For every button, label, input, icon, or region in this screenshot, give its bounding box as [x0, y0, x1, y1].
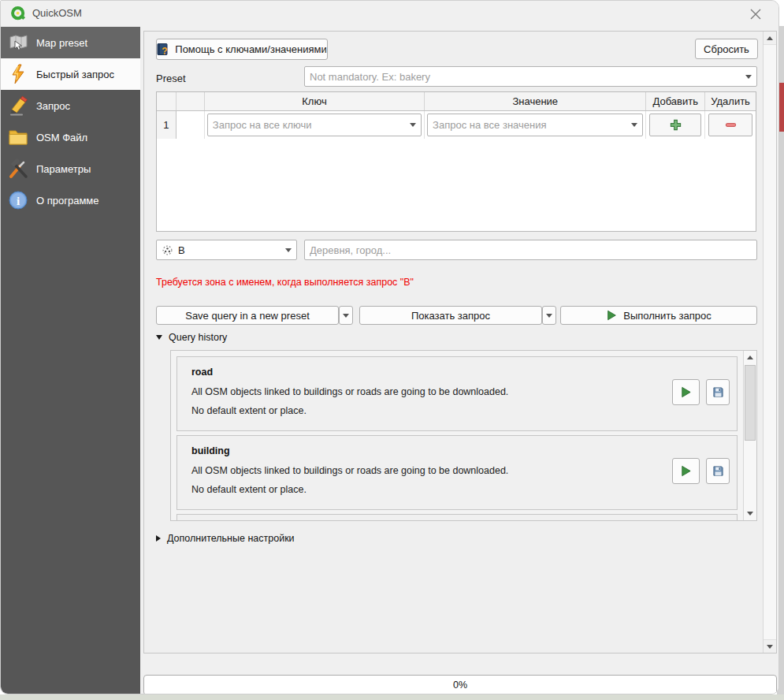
history-entry-description: All OSM objects linked to buildings or r… [191, 465, 508, 476]
rerun-query-button[interactable] [672, 379, 700, 405]
header-delete: Удалить [705, 92, 756, 110]
svg-text:i: i [17, 195, 20, 207]
run-query-button[interactable]: Выполнить запрос [560, 306, 757, 325]
query-history-title: Query history [169, 332, 227, 343]
save-preset-dropdown-button[interactable] [339, 306, 353, 325]
chevron-down-icon[interactable] [405, 114, 421, 136]
table-header-row: Ключ Значение Добавить Удалить [157, 92, 756, 111]
svg-text:?: ? [162, 46, 168, 57]
extent-icon [162, 244, 173, 256]
lightning-icon [8, 64, 28, 84]
save-floppy-icon [712, 465, 724, 477]
header-value: Значение [425, 92, 646, 110]
scroll-up-icon[interactable] [744, 351, 756, 364]
reset-button-label: Сбросить [704, 43, 749, 55]
query-type-combobox[interactable]: В [156, 240, 297, 260]
sidebar-item-parameters[interactable]: Параметры [1, 153, 140, 184]
advanced-settings-toggle[interactable]: Дополнительные настройки [156, 533, 295, 544]
sidebar-item-osm-file[interactable]: OSM Файл [1, 121, 140, 153]
save-query-button[interactable] [706, 458, 730, 484]
place-field[interactable] [304, 240, 757, 260]
expand-arrow-icon [156, 535, 161, 542]
row-checkbox-cell[interactable] [176, 111, 205, 139]
query-history-toggle[interactable]: Query history [156, 332, 227, 343]
progress-bar: 0% [143, 675, 777, 694]
play-icon [680, 386, 692, 398]
query-history-list: road All OSM objects linked to buildings… [170, 350, 757, 521]
sidebar-item-label: Map preset [36, 37, 87, 49]
folder-icon [8, 127, 28, 147]
scrollbar-thumb[interactable] [745, 365, 756, 441]
show-query-dropdown-button[interactable] [542, 306, 556, 325]
info-icon: i [8, 190, 28, 210]
main-scrollbar[interactable] [763, 32, 776, 653]
sidebar-item-map-preset[interactable]: Map preset [1, 27, 140, 58]
rerun-query-button[interactable] [672, 458, 700, 484]
collapse-arrow-icon [156, 335, 162, 340]
sidebar-item-label: OSM Файл [36, 132, 87, 143]
place-input[interactable] [305, 244, 756, 256]
chevron-down-icon[interactable] [626, 114, 642, 136]
preset-combobox[interactable] [304, 66, 757, 87]
sidebar-item-label: Запрос [36, 100, 70, 112]
chevron-down-icon [546, 314, 552, 318]
header-add: Добавить [646, 92, 705, 110]
sidebar-item-label: Параметры [36, 163, 91, 175]
history-card-partial [176, 514, 738, 520]
pencil-icon [8, 95, 28, 116]
show-query-button[interactable]: Показать запрос [359, 306, 542, 325]
quickosm-logo-icon [10, 6, 27, 22]
quick-query-scrollarea: ? Помощь с ключами/значениями Сбросить P… [143, 31, 777, 653]
history-card-road: road All OSM objects linked to buildings… [176, 356, 738, 431]
preset-input[interactable] [305, 71, 741, 83]
header-key: Ключ [205, 92, 425, 110]
chevron-down-icon[interactable] [741, 67, 756, 86]
sidebar: Map preset Быстрый запрос Запрос [1, 27, 140, 694]
add-row-button[interactable] [649, 114, 701, 136]
map-preset-icon [8, 32, 28, 53]
history-entry-description: All OSM objects linked to buildings or r… [191, 386, 508, 397]
zone-warning-text: Требуется зона с именем, когда выполняет… [156, 277, 414, 288]
history-entry-name: road [191, 367, 213, 378]
quickosm-dialog: QuickOSM Map preset Быстрый [0, 0, 779, 694]
save-preset-button[interactable]: Save query in a new preset [156, 306, 339, 325]
history-entry-name: building [191, 445, 230, 456]
history-entry-extent: No default extent or place. [191, 405, 307, 416]
sidebar-item-quick-query[interactable]: Быстрый запрос [1, 58, 140, 90]
save-query-button[interactable] [706, 379, 730, 405]
title-bar: QuickOSM [1, 1, 778, 27]
key-combobox[interactable] [207, 114, 422, 136]
history-scrollbar[interactable] [743, 351, 756, 520]
plus-icon [670, 119, 682, 131]
minus-icon [725, 119, 737, 131]
reset-button[interactable]: Сбросить [695, 39, 758, 59]
sidebar-item-label: О программе [36, 195, 99, 207]
header-row-number [157, 92, 176, 110]
save-preset-label: Save query in a new preset [185, 310, 310, 322]
save-floppy-icon [712, 386, 724, 398]
history-card-building: building All OSM objects linked to build… [176, 435, 738, 510]
close-icon[interactable] [747, 6, 764, 23]
header-checkbox-col [176, 92, 205, 110]
value-combobox[interactable] [427, 114, 643, 136]
scroll-up-icon[interactable] [764, 32, 776, 45]
run-query-label: Выполнить запрос [623, 310, 712, 322]
scroll-down-icon[interactable] [744, 507, 756, 520]
scroll-down-icon[interactable] [764, 639, 776, 653]
sidebar-item-about[interactable]: i О программе [1, 184, 140, 216]
key-value-table: Ключ Значение Добавить Удалить 1 [156, 91, 756, 232]
window-title: QuickOSM [32, 7, 82, 19]
main-panel: ? Помощь с ключами/значениями Сбросить P… [140, 27, 779, 694]
delete-row-button[interactable] [708, 114, 752, 136]
help-keys-values-button[interactable]: ? Помощь с ключами/значениями [156, 39, 328, 60]
history-entry-extent: No default extent or place. [191, 484, 307, 495]
advanced-settings-title: Дополнительные настройки [167, 533, 295, 544]
sidebar-item-query[interactable]: Запрос [1, 90, 140, 121]
chevron-down-icon[interactable] [281, 240, 296, 259]
show-query-label: Показать запрос [411, 310, 490, 322]
value-input[interactable] [428, 119, 626, 131]
key-input[interactable] [208, 119, 405, 131]
help-button-label: Помощь с ключами/значениями [175, 43, 326, 55]
background-red-element [778, 83, 784, 132]
play-icon [606, 310, 617, 321]
